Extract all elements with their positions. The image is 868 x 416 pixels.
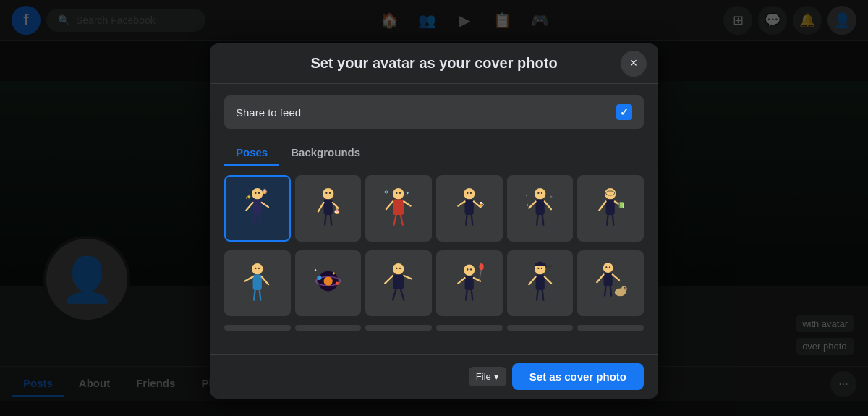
pose-backgrounds-tabs: Poses Backgrounds: [224, 140, 644, 166]
svg-line-62: [254, 290, 255, 300]
loading-bar-1: [224, 325, 291, 331]
svg-point-71: [333, 272, 335, 274]
svg-point-8: [258, 192, 260, 194]
avatar-pose-12[interactable]: [577, 250, 644, 317]
avatar-pose-9[interactable]: [365, 250, 432, 317]
svg-line-109: [610, 286, 612, 295]
svg-point-17: [326, 192, 327, 194]
avatar-pose-4[interactable]: 🍺: [436, 175, 503, 242]
svg-point-88: [467, 268, 468, 270]
svg-point-70: [335, 281, 339, 285]
modal-close-button[interactable]: ×: [621, 51, 647, 77]
avatar-pose-7[interactable]: [224, 250, 291, 317]
svg-text:♫: ♫: [550, 195, 553, 199]
svg-point-11: [323, 188, 333, 199]
svg-point-36: [467, 192, 468, 194]
svg-point-18: [329, 192, 331, 194]
svg-rect-31: [465, 200, 474, 215]
svg-point-30: [464, 188, 475, 199]
loading-bars: [224, 325, 644, 331]
svg-line-35: [472, 215, 473, 225]
svg-line-15: [325, 215, 326, 225]
svg-point-50: [605, 188, 616, 199]
svg-rect-105: [604, 273, 613, 286]
avatar-pose-5[interactable]: ♪ ♫ ♩: [507, 175, 574, 242]
svg-line-76: [386, 276, 393, 284]
avatar-pose-3[interactable]: ❄ ✦: [365, 175, 432, 242]
svg-point-39: [535, 188, 545, 199]
loading-bar-4: [436, 325, 503, 331]
avatar-cover-modal: Set your avatar as your cover photo × Sh…: [210, 43, 658, 399]
share-to-feed-checkbox[interactable]: [616, 104, 632, 120]
svg-point-7: [255, 192, 256, 194]
svg-line-97: [542, 290, 544, 300]
svg-point-110: [606, 266, 608, 268]
svg-line-96: [537, 290, 538, 300]
avatar-pose-10[interactable]: [436, 250, 503, 317]
loading-bar-6: [577, 325, 644, 331]
svg-point-74: [393, 263, 404, 274]
share-to-feed-label: Share to feed: [236, 106, 301, 119]
svg-line-86: [466, 290, 467, 300]
share-to-feed-row: Share to feed: [224, 95, 644, 129]
svg-point-26: [396, 192, 398, 194]
svg-point-37: [470, 192, 472, 194]
svg-rect-103: [548, 265, 552, 268]
svg-point-91: [480, 263, 484, 270]
svg-line-55: [613, 215, 614, 225]
svg-point-0: [252, 188, 263, 199]
svg-line-87: [472, 290, 473, 300]
svg-point-58: [252, 263, 263, 274]
svg-rect-21: [393, 200, 404, 215]
svg-point-20: [393, 188, 404, 199]
svg-line-44: [542, 215, 544, 225]
svg-point-27: [399, 192, 401, 194]
close-icon: ×: [630, 56, 638, 71]
svg-line-43: [537, 215, 538, 225]
modal-title: Set your avatar as your cover photo: [310, 55, 557, 72]
svg-line-25: [401, 215, 403, 225]
svg-line-2: [246, 203, 252, 211]
svg-line-52: [600, 202, 606, 211]
svg-line-94: [529, 276, 535, 284]
loading-bar-2: [295, 325, 362, 331]
avatar-pose-2[interactable]: 🎂: [295, 175, 362, 242]
svg-line-41: [529, 202, 535, 208]
modal-overlay: Set your avatar as your cover photo × Sh…: [0, 0, 868, 416]
svg-point-64: [255, 268, 256, 269]
svg-line-34: [466, 215, 467, 225]
svg-text:✨: ✨: [245, 194, 251, 200]
svg-point-45: [537, 192, 539, 194]
svg-rect-83: [465, 276, 474, 290]
svg-text:♪: ♪: [526, 192, 528, 197]
svg-line-22: [386, 202, 393, 210]
svg-text:✦: ✦: [407, 190, 410, 195]
svg-text:❄: ❄: [384, 190, 388, 195]
svg-line-3: [262, 203, 268, 207]
tab-backgrounds[interactable]: Backgrounds: [279, 140, 372, 166]
svg-line-77: [404, 276, 412, 279]
avatar-grid-row2: ✦ ·: [224, 250, 644, 317]
svg-line-63: [260, 290, 261, 300]
svg-text:♩: ♩: [527, 203, 528, 207]
svg-text:🎂: 🎂: [333, 207, 341, 214]
avatar-pose-6[interactable]: 📗: [577, 175, 644, 242]
svg-point-104: [603, 263, 613, 273]
avatar-pose-1[interactable]: 🎂 ✨: [224, 175, 291, 242]
svg-text:·: ·: [338, 267, 339, 270]
svg-rect-1: [253, 200, 262, 215]
svg-rect-100: [535, 263, 545, 266]
avatar-pose-11[interactable]: [507, 250, 574, 317]
svg-line-84: [458, 278, 464, 284]
tab-poses[interactable]: Poses: [224, 140, 279, 166]
svg-line-23: [404, 202, 411, 206]
set-cover-photo-button[interactable]: Set as cover photo: [512, 363, 644, 390]
avatar-pose-8[interactable]: ✦ ·: [295, 250, 362, 317]
svg-line-61: [262, 276, 268, 284]
svg-point-68: [323, 276, 332, 285]
svg-point-98: [537, 268, 539, 269]
svg-line-4: [254, 215, 255, 225]
file-select-dropdown[interactable]: File ▾: [469, 367, 506, 386]
svg-line-24: [394, 215, 396, 225]
svg-rect-75: [393, 274, 404, 289]
